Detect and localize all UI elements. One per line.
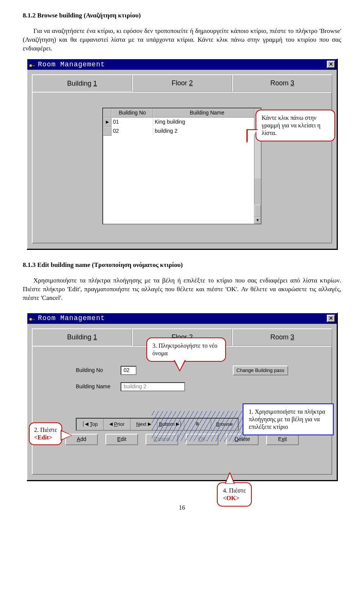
key-icon [29,62,36,67]
input-building-no[interactable]: 02 [121,366,136,375]
cell-no: 02 [111,127,153,135]
titlebar: Room Management ✕ [27,313,337,324]
section-title-2: 8.1.3 Edit building name (Τροποποίηση ον… [23,261,341,270]
callout-text: Κάντε κλικ πάνω στην γραμμή για να κλείσ… [262,115,320,136]
label-building-name: Building Name [76,383,118,390]
callout-click-row: Κάντε κλικ πάνω στην γραμμή για να κλείσ… [256,110,335,141]
callout-press-ok: 4. Πιέστε <OK> [217,482,252,507]
page-number: 16 [23,504,341,512]
scroll-down-icon[interactable]: ▼ [254,217,261,224]
col-building-name: Building Name [153,108,261,118]
tab-room[interactable]: Room 3 [232,74,332,92]
edit-button[interactable]: Edit [105,434,138,445]
row-selector-header [103,108,111,118]
input-building-name[interactable]: building 2 [121,382,185,391]
window-title-text: Room Management [38,60,105,69]
nav-prior[interactable]: ◀Prior [104,419,130,430]
field-row-building-name: Building Name building 2 [76,382,288,391]
tab-floor[interactable]: Floor 2 [132,74,232,92]
list-row[interactable]: ▶ 01 King building [103,118,261,127]
window-room-management-2: Room Management ✕ Building 1 Floor 2 Roo… [27,312,337,481]
tab-room[interactable]: Room 3 [232,328,332,346]
cell-name: King building [153,118,261,126]
row-pointer [103,127,111,136]
exit-button[interactable]: Exit [266,434,299,445]
buildings-listbox: Building No Building Name ▶ 01 King buil… [102,108,262,224]
callout-tail-icon [174,360,186,372]
tab-panel-form: Building No 02 Change Building pass Buil… [32,346,332,475]
window-room-management-1: Room Management ✕ Building 1 Floor 2 Roo… [27,58,337,250]
change-building-pass-button[interactable]: Change Building pass [233,366,288,375]
prior-icon: ◀ [109,421,113,427]
close-button[interactable]: ✕ [327,61,335,68]
cell-name: building 2 [153,127,261,135]
callout-text: 2. Πιέστε [34,427,57,433]
callout-text: 4. Πιέστε [223,487,246,494]
titlebar: Room Management ✕ [27,59,337,70]
cell-no: 01 [111,118,153,126]
callout-tail-icon [246,129,258,143]
label-building-no: Building No [76,367,118,374]
callout-tail-icon [225,472,240,484]
row-pointer: ▶ [103,118,111,127]
tab-building[interactable]: Building 1 [32,328,132,346]
callout-type-name: 3. Πληκτρολογήστε το νέο όνομα [146,337,226,362]
svg-rect-2 [34,65,35,67]
callout-text: 1. Χρησιμοποιήστε τα πλήκτρα πλοήγησης μ… [249,408,325,430]
svg-rect-5 [34,319,35,320]
top-icon: │◀ [82,421,88,427]
callout-text-hotkey: <OK> [223,495,239,501]
list-header: Building No Building Name [103,108,261,118]
callout-use-arrow-keys: 1. Χρησιμοποιήστε τα πλήκτρα πλοήγησης μ… [243,403,334,435]
window-title: Room Management [29,314,105,323]
window-title-text: Room Management [38,314,105,323]
list-row[interactable]: 02 building 2 [103,127,261,136]
section-title-1: 8.1.2 Browse building (Αναζήτηση κτιρίου… [23,11,341,20]
close-button[interactable]: ✕ [327,315,335,322]
section-body-2: Χρησιμοποιήστε τα πλήκτρα πλοήγησης με τ… [23,276,341,303]
key-icon [29,315,36,321]
list-body: ▶ 01 King building 02 building 2 [103,118,261,224]
tabs: Building 1 Floor 2 Room 3 [27,70,337,92]
hatched-annotation [152,411,246,441]
tab-building[interactable]: Building 1 [32,74,132,92]
window-title: Room Management [29,60,105,69]
scroll-thumb[interactable] [254,205,261,217]
callout-press-edit: 2. Πιέστε <Edit> [29,422,62,445]
next-icon: ▶ [148,421,151,427]
col-building-no: Building No [111,108,153,118]
callout-tail-icon [61,430,72,441]
callout-text: 3. Πληκτρολογήστε το νέο όνομα [152,342,217,356]
tab-panel: Building No Building Name ▶ 01 King buil… [32,92,332,243]
callout-text-hotkey: <Edit> [34,434,52,441]
nav-top[interactable]: │◀Top [77,419,104,430]
section-body-1: Για να αναζητήσετε ένα κτίριο, κι εφόσον… [23,27,341,53]
